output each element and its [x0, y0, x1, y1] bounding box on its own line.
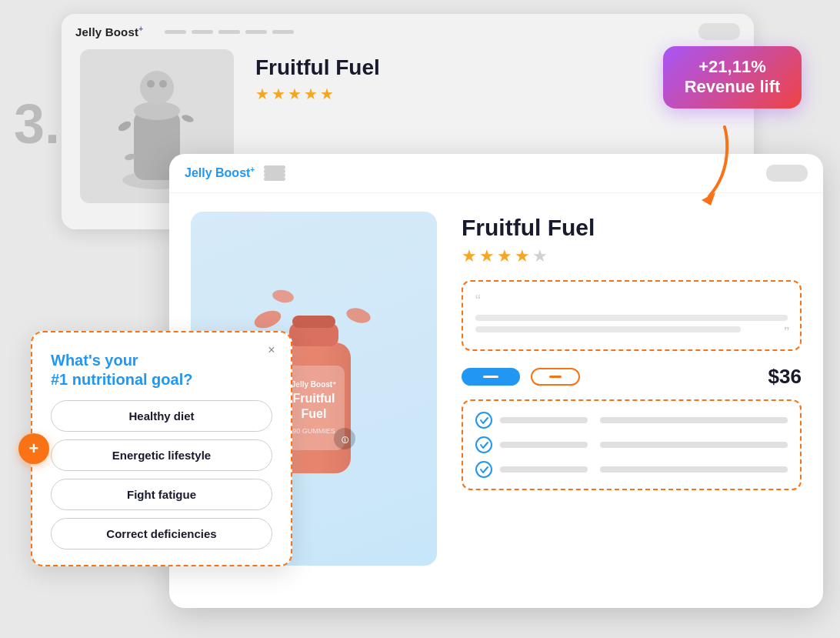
bg-product-info: Fruitful Fuel ★ ★ ★ ★ ★	[255, 49, 380, 103]
fg-product-name: Fruitful Fuel	[462, 215, 802, 240]
svg-point-7	[181, 114, 195, 124]
quote-line-1	[475, 315, 788, 321]
svg-point-12	[345, 306, 372, 326]
revenue-badge: +21,11% Revenue lift	[663, 46, 802, 109]
svg-text:Fuel: Fuel	[302, 407, 327, 420]
check-line-3a	[500, 466, 588, 473]
brand-bg: Jelly Boost+	[75, 25, 143, 38]
svg-text:Jelly Boost⁺: Jelly Boost⁺	[292, 380, 337, 389]
browser-bg-button	[698, 23, 740, 40]
svg-point-4	[147, 80, 155, 88]
bg-stars: ★ ★ ★ ★ ★	[255, 85, 380, 103]
fg-stars: ★ ★ ★ ★ ★	[462, 246, 802, 266]
svg-marker-9	[702, 192, 715, 205]
remove-button[interactable]	[531, 368, 580, 386]
browser-bg-bar: Jelly Boost+	[62, 14, 754, 49]
check-row-3	[475, 461, 788, 478]
svg-point-10	[252, 307, 284, 331]
quiz-options: Healthy diet Energetic lifestyle Fight f…	[51, 400, 272, 549]
revenue-percent: +21,11%	[680, 57, 785, 77]
minus-icon-blue	[483, 376, 498, 378]
quiz-option-2[interactable]: Energetic lifestyle	[51, 439, 272, 471]
bg-product-name: Fruitful Fuel	[255, 55, 380, 80]
add-to-cart-button[interactable]	[462, 368, 520, 386]
quiz-option-1[interactable]: Healthy diet	[51, 400, 272, 432]
open-quote: “	[475, 292, 481, 309]
step-number: 3.	[14, 92, 60, 155]
arrow-icon	[663, 119, 740, 212]
product-info-panel: Fruitful Fuel ★ ★ ★ ★ ★ “ ”	[462, 212, 802, 566]
svg-text:90 GUMMIES: 90 GUMMIES	[292, 427, 335, 435]
close-quote: ”	[784, 324, 789, 342]
quote-lines	[475, 315, 788, 332]
plus-badge: +	[18, 433, 49, 464]
quote-box: “ ”	[462, 280, 802, 351]
quiz-title: What's your #1 nutritional goal?	[51, 351, 272, 389]
check-row-1	[475, 412, 788, 429]
check-icon-2	[475, 436, 492, 453]
check-line-1a	[500, 417, 588, 423]
quote-line-2	[475, 326, 741, 332]
check-line-3b	[600, 466, 788, 473]
svg-point-6	[117, 119, 133, 133]
quiz-option-3[interactable]: Fight fatigue	[51, 479, 272, 510]
action-row: $36	[462, 365, 802, 389]
minus-icon-orange	[549, 376, 562, 378]
svg-rect-17	[292, 316, 335, 328]
revenue-label: Revenue lift	[680, 77, 785, 97]
check-icon-3	[475, 461, 492, 478]
checklist-box	[462, 399, 802, 490]
nav-dots-bg	[165, 30, 294, 34]
svg-point-3	[140, 71, 174, 105]
check-line-2b	[600, 442, 788, 448]
svg-point-11	[272, 289, 295, 305]
svg-text:ⓘ: ⓘ	[342, 436, 349, 444]
quiz-title-highlight: #1 nutritional goal?	[51, 371, 192, 388]
quiz-popup: + × What's your #1 nutritional goal? Hea…	[31, 331, 292, 566]
quiz-option-4[interactable]: Correct deficiencies	[51, 518, 272, 549]
svg-point-5	[159, 80, 167, 88]
nav-dots-fg	[264, 165, 285, 181]
product-price: $36	[768, 365, 802, 389]
brand-fg: Jelly Boost+	[185, 165, 255, 180]
check-row-2	[475, 436, 788, 453]
check-line-2a	[500, 442, 588, 448]
quiz-close-button[interactable]: ×	[263, 342, 280, 359]
browser-fg-button	[766, 165, 808, 182]
check-line-1b	[600, 417, 788, 423]
check-icon-1	[475, 412, 492, 429]
svg-text:Fruitful: Fruitful	[292, 392, 335, 405]
